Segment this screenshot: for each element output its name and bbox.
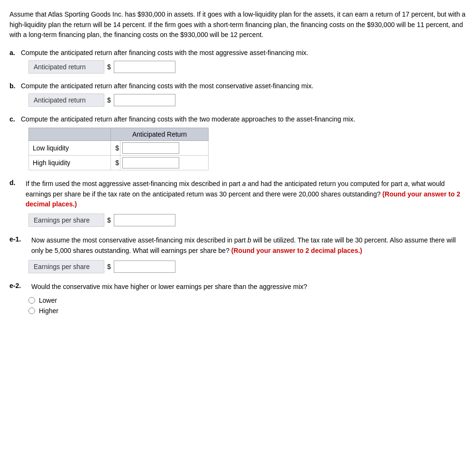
section-c-table-section: Anticipated Return Low liquidity $ High … [28,128,467,170]
radio-option-higher: Higher [28,307,467,315]
section-d-question: If the firm used the most aggressive ass… [26,179,467,210]
section-b-field-label: Anticipated return [28,93,104,107]
section-d-field-label: Earnings per share [28,214,104,227]
section-b-question: Compute the anticipated return after fin… [21,82,313,90]
section-a: a. Compute the anticipated return after … [9,49,467,74]
section-d-letter: d. [9,179,23,186]
low-liquidity-input-cell [120,141,209,156]
section-e2: e-2. Would the conservative mix have hig… [9,282,467,315]
section-c: c. Compute the anticipated return after … [9,115,467,170]
high-liquidity-input-cell [120,156,209,170]
radio-lower[interactable] [28,297,35,304]
section-b: b. Compute the anticipated return after … [9,82,467,107]
section-e1-field-label: Earnings per share [28,260,104,273]
section-e1-question: Now assume the most conservative asset-f… [31,235,467,256]
section-b-input-row: Anticipated return $ [28,93,467,107]
table-header-empty [29,128,111,141]
intro-text: Assume that Atlas Sporting Goods Inc. ha… [9,9,467,40]
radio-higher[interactable] [28,307,35,314]
section-a-dollar: $ [107,63,111,71]
section-d-input[interactable] [114,214,175,226]
radio-option-lower: Lower [28,297,467,304]
table-row-low-liquidity: Low liquidity $ [29,141,209,156]
section-a-input-row: Anticipated return $ [28,60,467,74]
section-a-label: a. Compute the anticipated return after … [9,49,467,56]
table-header-anticipated-return: Anticipated Return [111,128,209,141]
section-e1-input-row: Earnings per share $ [28,260,467,273]
section-b-input[interactable] [114,94,175,106]
section-a-letter: a. [9,49,18,56]
section-c-table: Anticipated Return Low liquidity $ High … [28,128,209,170]
section-d-label: d. If the firm used the most aggressive … [9,179,467,210]
radio-higher-label[interactable]: Higher [39,307,58,315]
high-liquidity-input[interactable] [122,157,179,168]
table-row-high-liquidity: High liquidity $ [29,156,209,170]
section-b-dollar: $ [107,96,111,104]
section-e2-question: Would the conservative mix have higher o… [31,282,467,292]
section-d-red-text: (Round your answer to 2 decimal places.) [26,190,460,208]
section-e2-radio-group: Lower Higher [28,297,467,315]
section-e2-letter: e-2. [9,282,28,289]
section-c-letter: c. [9,115,18,123]
section-a-question: Compute the anticipated return after fin… [21,49,308,56]
low-liquidity-dollar: $ [111,141,120,156]
section-a-field-label: Anticipated return [28,60,104,74]
section-c-question: Compute the anticipated return after fin… [21,115,355,123]
low-liquidity-input[interactable] [122,142,179,154]
low-liquidity-label: Low liquidity [29,141,111,156]
section-c-label: c. Compute the anticipated return after … [9,115,467,123]
section-e1-red-text: (Round your answer to 2 decimal places.) [231,247,362,254]
section-d: d. If the firm used the most aggressive … [9,179,467,227]
section-b-letter: b. [9,82,18,90]
section-e1-input[interactable] [114,261,175,273]
section-e1: e-1. Now assume the most conservative as… [9,235,467,273]
high-liquidity-label: High liquidity [29,156,111,170]
section-e2-label: e-2. Would the conservative mix have hig… [9,282,467,292]
section-a-input[interactable] [114,61,175,73]
section-d-dollar: $ [107,216,111,224]
section-b-label: b. Compute the anticipated return after … [9,82,467,90]
section-e1-letter: e-1. [9,235,28,243]
section-e1-dollar: $ [107,263,111,270]
high-liquidity-dollar: $ [111,156,120,170]
radio-lower-label[interactable]: Lower [39,297,57,304]
section-e1-label: e-1. Now assume the most conservative as… [9,235,467,256]
section-d-input-row: Earnings per share $ [28,214,467,227]
